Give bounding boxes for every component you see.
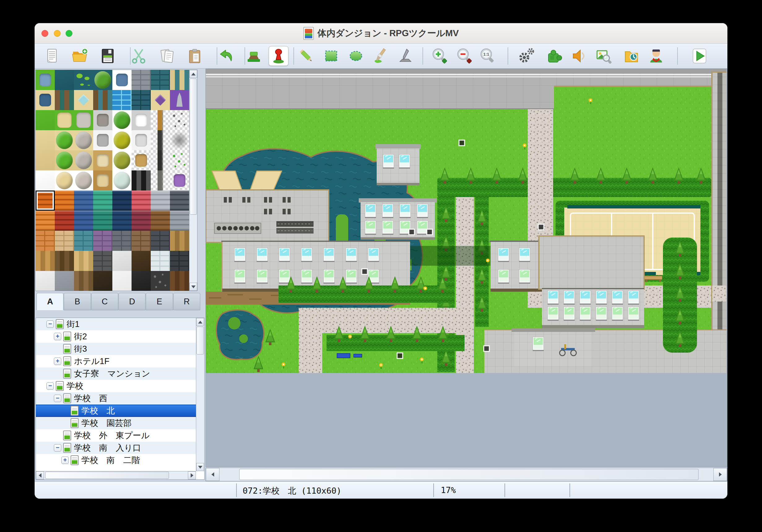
palette-tile[interactable] xyxy=(151,90,170,110)
palette-scrollbar[interactable] xyxy=(189,70,197,291)
undo-button[interactable] xyxy=(216,46,236,66)
palette-tile[interactable] xyxy=(170,251,189,271)
palette-tile[interactable] xyxy=(151,271,170,291)
palette-tile[interactable] xyxy=(55,231,74,251)
palette-tab-B[interactable]: B xyxy=(64,293,91,310)
palette-tile[interactable] xyxy=(36,231,55,251)
palette-tile[interactable] xyxy=(74,190,93,211)
tree-expander-icon[interactable]: − xyxy=(46,320,54,328)
rectangle-button[interactable] xyxy=(321,46,341,66)
tree-expander-icon[interactable]: + xyxy=(61,456,69,464)
palette-tile[interactable] xyxy=(131,70,151,90)
palette-tile[interactable] xyxy=(151,190,170,211)
open-button[interactable] xyxy=(70,46,90,66)
scroll-right-button[interactable] xyxy=(714,468,727,481)
scroll-left-button[interactable] xyxy=(36,471,44,479)
palette-tile[interactable] xyxy=(170,150,189,170)
palette-tab-D[interactable]: D xyxy=(118,293,145,310)
palette-tile[interactable] xyxy=(113,130,131,150)
palette-tile[interactable] xyxy=(55,70,74,90)
actual-size-button[interactable]: 1:1 xyxy=(478,46,497,66)
character-generator-button[interactable] xyxy=(646,46,666,66)
palette-tile[interactable] xyxy=(113,170,131,190)
map-tree-item[interactable]: 学校 園芸部 xyxy=(36,417,196,429)
palette-tile[interactable] xyxy=(151,150,170,170)
palette-tile[interactable] xyxy=(36,150,55,170)
map-tree-item[interactable]: 女子寮 マンション xyxy=(36,367,196,380)
scroll-right-button[interactable] xyxy=(188,471,196,479)
palette-tile[interactable] xyxy=(93,190,113,211)
tree-expander-icon[interactable]: + xyxy=(54,358,61,365)
copy-button[interactable] xyxy=(157,46,177,66)
scroll-down-button[interactable] xyxy=(190,283,197,291)
palette-tile[interactable] xyxy=(93,231,113,251)
cut-button[interactable] xyxy=(129,46,149,66)
palette-tile[interactable] xyxy=(113,70,131,90)
palette-tile[interactable] xyxy=(131,251,151,271)
palette-tile[interactable] xyxy=(131,150,151,170)
palette-tab-C[interactable]: C xyxy=(91,293,118,310)
palette-tile[interactable] xyxy=(55,251,74,271)
palette-tile[interactable] xyxy=(170,110,189,130)
resource-manager-button[interactable] xyxy=(622,46,641,66)
event-searcher-button[interactable] xyxy=(594,46,613,66)
palette-tile[interactable] xyxy=(74,110,93,130)
scrollbar-thumb[interactable] xyxy=(196,327,204,355)
palette-tile[interactable] xyxy=(74,271,93,291)
palette-tile[interactable] xyxy=(170,211,189,231)
palette-tile[interactable] xyxy=(74,251,93,271)
palette-tile[interactable] xyxy=(151,231,170,251)
palette-tile[interactable] xyxy=(74,170,93,190)
palette-tile[interactable] xyxy=(36,90,55,110)
palette-tile[interactable] xyxy=(74,150,93,170)
shadow-pen-button[interactable] xyxy=(396,46,416,66)
palette-tile[interactable] xyxy=(151,211,170,231)
tree-expander-icon[interactable]: − xyxy=(54,395,61,402)
map-canvas[interactable] xyxy=(205,69,727,467)
palette-tile[interactable] xyxy=(151,110,170,130)
map-tree-item[interactable]: −学校 南 入り口 xyxy=(36,442,196,454)
tree-horizontal-scrollbar[interactable] xyxy=(36,471,196,479)
palette-tile[interactable] xyxy=(151,170,170,190)
palette-tile[interactable] xyxy=(170,271,189,291)
event-edit-mode-button[interactable] xyxy=(268,46,288,66)
palette-tile[interactable] xyxy=(55,150,74,170)
scroll-down-button[interactable] xyxy=(196,463,204,471)
palette-tile[interactable] xyxy=(131,231,151,251)
playtest-button[interactable] xyxy=(690,46,709,66)
palette-tile[interactable] xyxy=(151,70,170,90)
palette-tile[interactable] xyxy=(36,70,55,90)
zoom-out-button[interactable] xyxy=(454,46,474,66)
palette-tile[interactable] xyxy=(55,211,74,231)
palette-tile[interactable] xyxy=(36,211,55,231)
palette-tile[interactable] xyxy=(55,271,74,291)
map-tree-item[interactable]: +ホテル1F xyxy=(36,355,196,367)
map-tree-item[interactable]: −学校 西 xyxy=(36,392,196,405)
palette-tile[interactable] xyxy=(170,90,189,110)
palette-tile[interactable] xyxy=(36,271,55,291)
scrollbar-thumb[interactable] xyxy=(45,472,169,479)
palette-tile[interactable] xyxy=(131,271,151,291)
palette-tile[interactable] xyxy=(74,130,93,150)
tree-expander-icon[interactable]: + xyxy=(54,333,61,340)
palette-tile[interactable] xyxy=(93,130,113,150)
ellipse-button[interactable] xyxy=(346,46,366,66)
flood-fill-button[interactable] xyxy=(371,46,391,66)
palette-tile[interactable] xyxy=(36,251,55,271)
map-tree-item[interactable]: 学校 北 xyxy=(36,405,196,417)
palette-tab-R[interactable]: R xyxy=(173,293,200,310)
map-tree-item[interactable]: −街1 xyxy=(36,318,196,330)
palette-tile[interactable] xyxy=(36,170,55,190)
palette-tile[interactable] xyxy=(113,211,131,231)
palette-tile[interactable] xyxy=(93,150,113,170)
tree-expander-icon[interactable]: − xyxy=(46,382,54,390)
palette-tile[interactable] xyxy=(151,251,170,271)
map-tree-item[interactable]: 学校 外 東プール xyxy=(36,429,196,442)
palette-tile[interactable] xyxy=(170,231,189,251)
palette-tile[interactable] xyxy=(151,130,170,150)
new-button[interactable] xyxy=(42,46,62,66)
palette-tile[interactable] xyxy=(131,211,151,231)
palette-tile[interactable] xyxy=(74,90,93,110)
save-button[interactable] xyxy=(98,46,117,66)
sound-test-button[interactable] xyxy=(569,46,589,66)
